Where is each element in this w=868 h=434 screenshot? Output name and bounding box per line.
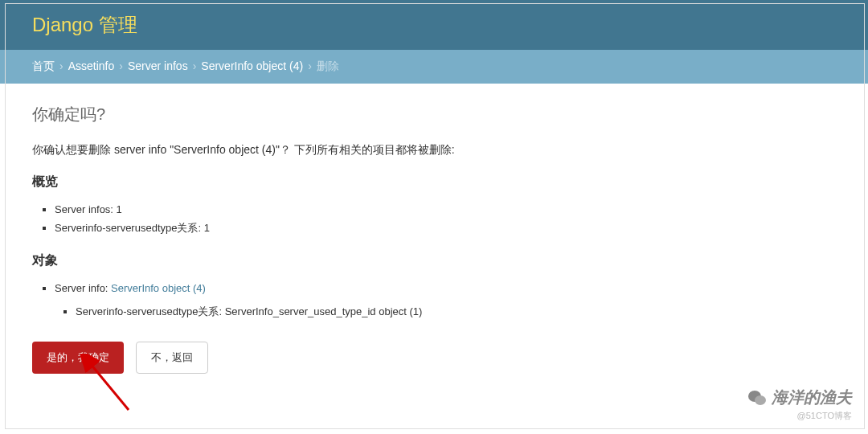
breadcrumb-model[interactable]: Server infos (128, 59, 188, 72)
action-buttons: 是的，我确定 不，返回 (32, 342, 836, 374)
breadcrumb-home[interactable]: 首页 (32, 59, 55, 72)
object-label: Server info: (55, 282, 111, 294)
list-item: Serverinfo-serverusedtype关系: 1 (55, 219, 836, 237)
overview-list: Server infos: 1 Serverinfo-serverusedtyp… (55, 200, 836, 238)
objects-list: Server info: ServerInfo object (4) Serve… (55, 279, 836, 321)
list-item: Server info: ServerInfo object (4) Serve… (55, 279, 836, 321)
list-item: Serverinfo-serverusedtype关系: ServerInfo_… (76, 302, 836, 321)
content: 你确定吗? 你确认想要删除 server info "ServerInfo ob… (0, 84, 868, 394)
objects-heading: 对象 (32, 252, 836, 269)
breadcrumb-object[interactable]: ServerInfo object (4) (201, 59, 303, 72)
site-title: Django 管理 (32, 12, 836, 38)
wechat-icon (747, 389, 767, 407)
object-link[interactable]: ServerInfo object (4) (111, 282, 206, 294)
breadcrumb-app[interactable]: Assetinfo (68, 59, 115, 72)
watermark-sub: @51CTO博客 (747, 410, 852, 422)
cancel-button[interactable]: 不，返回 (136, 342, 208, 374)
admin-header: Django 管理 (0, 0, 868, 50)
list-item: Server infos: 1 (55, 200, 836, 219)
svg-point-3 (755, 395, 766, 405)
confirm-text: 你确认想要删除 server info "ServerInfo object (… (32, 143, 836, 158)
watermark: 海洋的渔夫 @51CTO博客 (747, 387, 852, 422)
page-title: 你确定吗? (32, 104, 836, 125)
breadcrumb: 首页›Assetinfo›Server infos›ServerInfo obj… (0, 50, 868, 84)
watermark-main: 海洋的渔夫 (772, 387, 852, 408)
confirm-delete-button[interactable]: 是的，我确定 (32, 342, 124, 374)
overview-heading: 概览 (32, 174, 836, 190)
breadcrumb-current: 删除 (317, 59, 339, 72)
